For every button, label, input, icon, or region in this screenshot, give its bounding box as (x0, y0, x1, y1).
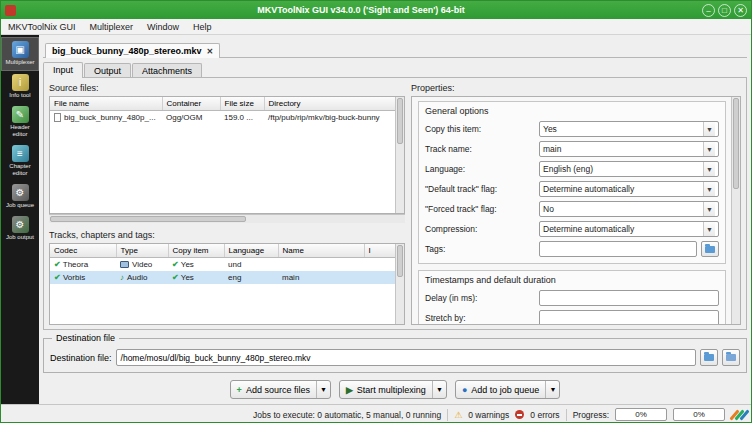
add-source-files-button[interactable]: + Add source files ▼ (230, 380, 331, 399)
action-buttons: + Add source files ▼ ▶ Start multiplexin… (43, 377, 747, 404)
menu-window[interactable]: Window (140, 19, 186, 34)
video-type-icon (120, 261, 129, 268)
folder-open-icon (726, 354, 736, 361)
menu-mkvtoolnix-gui[interactable]: MKVToolNix GUI (1, 19, 83, 34)
col-file-name[interactable]: File name (50, 97, 162, 111)
language-select[interactable]: English (eng) ▼ (539, 161, 719, 177)
maximize-button[interactable]: □ (718, 4, 731, 17)
tool-sidebar: ▣ Multiplexer i Info tool ✎ Header edito… (1, 35, 39, 404)
multiplexer-icon: ▣ (12, 41, 29, 58)
forced-track-flag-select[interactable]: No ▼ (539, 201, 719, 217)
copy-check-icon: ✔ (172, 273, 179, 282)
col-codec[interactable]: Codec (50, 244, 116, 258)
file-tab-close-icon[interactable]: ✕ (207, 47, 214, 56)
open-file-tabs: big_buck_bunny_480p_stereo.mkv ✕ (43, 38, 747, 58)
compression-select[interactable]: Determine automatically ▼ (539, 221, 719, 237)
sidebar-item-chapter-editor[interactable]: ≡ Chapter editor (1, 142, 39, 181)
sidebar-item-header-editor[interactable]: ✎ Header editor (1, 103, 39, 142)
track-check-icon[interactable]: ✔ (54, 273, 61, 282)
destination-open-button[interactable] (722, 349, 740, 366)
folder-icon (704, 354, 714, 361)
col-container[interactable]: Container (162, 97, 220, 111)
section-tabs: Input Output Attachments (43, 60, 747, 77)
source-files-vscrollbar[interactable] (395, 97, 404, 213)
chevron-down-icon[interactable]: ▼ (316, 381, 330, 398)
destination-group: Destination file Destination file: /home… (43, 338, 747, 373)
minimize-button[interactable]: – (702, 4, 715, 17)
track-row-audio[interactable]: ✔ Vorbis ♪Audio ✔ Yes eng main (50, 271, 404, 284)
job-output-gear-icon: ⚙ (12, 216, 29, 233)
multiplexer-main: big_buck_bunny_480p_stereo.mkv ✕ Input O… (39, 35, 751, 404)
timestamps-group: Timestamps and default duration Delay (i… (418, 270, 726, 325)
copy-check-icon: ✔ (172, 260, 179, 269)
menu-help[interactable]: Help (186, 19, 219, 34)
col-language[interactable]: Language (224, 244, 278, 258)
default-track-flag-select[interactable]: Determine automatically ▼ (539, 181, 719, 197)
play-icon: ▶ (340, 385, 353, 395)
source-files-hscrollbar[interactable] (49, 214, 405, 223)
general-options-group: General options Copy this item: Yes ▼ (418, 101, 726, 264)
tab-attachments[interactable]: Attachments (132, 63, 202, 78)
tags-browse-button[interactable] (701, 241, 719, 257)
add-to-job-queue-button[interactable]: ● Add to job queue ▼ (455, 380, 561, 399)
col-type[interactable]: Type (116, 244, 168, 258)
copy-this-item-select[interactable]: Yes ▼ (539, 121, 719, 137)
progress-bar-current: 0% (615, 408, 667, 421)
chevron-down-icon[interactable]: ▼ (432, 381, 446, 398)
start-multiplexing-button[interactable]: ▶ Start multiplexing ▼ (339, 380, 447, 399)
chevron-down-icon: ▼ (703, 142, 715, 156)
input-tab-panel: Source files: File name Container File s… (43, 77, 747, 330)
chapter-editor-icon: ≡ (12, 145, 29, 162)
tab-output[interactable]: Output (84, 63, 131, 78)
source-file-row[interactable]: big_buck_bunny_480p_... Ogg/OGM 159.0 ..… (50, 111, 404, 125)
track-row-video[interactable]: ✔ Theora Video ✔ Yes und (50, 258, 404, 272)
tags-input[interactable] (539, 241, 697, 257)
chevron-down-icon: ▼ (703, 162, 715, 176)
sidebar-item-info-tool[interactable]: i Info tool (1, 71, 39, 103)
file-tab[interactable]: big_buck_bunny_480p_stereo.mkv ✕ (45, 43, 220, 58)
col-copy-item[interactable]: Copy item (168, 244, 224, 258)
sidebar-item-multiplexer[interactable]: ▣ Multiplexer (1, 37, 39, 71)
folder-icon (705, 246, 715, 253)
progress-bar-total: 0% (673, 408, 725, 421)
source-files-table: File name Container File size Directory … (49, 96, 405, 214)
close-button[interactable]: ✕ (734, 4, 747, 17)
sidebar-item-job-queue[interactable]: ⚙ Job queue (1, 181, 39, 213)
properties-vscrollbar[interactable] (731, 97, 740, 324)
header-editor-icon: ✎ (12, 106, 29, 123)
chevron-down-icon[interactable]: ▼ (545, 381, 559, 398)
titlebar: MKVToolNix GUI v34.0.0 ('Sight and Seen'… (1, 1, 751, 19)
menu-multiplexer[interactable]: Multiplexer (83, 19, 141, 34)
window-title: MKVToolNix GUI v34.0.0 ('Sight and Seen'… (20, 5, 702, 15)
tracks-label: Tracks, chapters and tags: (49, 230, 405, 240)
error-icon (515, 410, 524, 419)
source-files-label: Source files: (49, 83, 405, 93)
col-directory[interactable]: Directory (264, 97, 404, 111)
file-icon (54, 113, 61, 122)
track-check-icon[interactable]: ✔ (54, 260, 61, 269)
info-tool-icon: i (12, 74, 29, 91)
destination-group-title: Destination file (52, 333, 119, 343)
job-queue-gear-icon: ⚙ (12, 184, 29, 201)
warning-icon: ⚠ (454, 410, 462, 420)
delay-input[interactable] (539, 290, 719, 306)
menubar: MKVToolNix GUI Multiplexer Window Help (1, 19, 751, 35)
general-options-title: General options (425, 106, 719, 116)
tab-input[interactable]: Input (43, 62, 83, 78)
sidebar-item-job-output[interactable]: ⚙ Job output (1, 213, 39, 245)
track-name-combo[interactable]: main ▼ (539, 141, 719, 157)
destination-file-input[interactable]: /home/mosu/dl/big_buck_bunny_480p_stereo… (116, 349, 696, 366)
tracks-vscrollbar[interactable] (395, 244, 404, 324)
col-file-size[interactable]: File size (220, 97, 264, 111)
timestamps-title: Timestamps and default duration (425, 275, 719, 285)
properties-label: Properties: (411, 83, 741, 93)
audio-type-icon: ♪ (120, 273, 124, 282)
stretch-by-input[interactable] (539, 310, 719, 325)
plus-icon: + (231, 385, 242, 395)
col-name[interactable]: Name (278, 244, 364, 258)
queue-icon: ● (456, 385, 467, 395)
destination-browse-button[interactable] (700, 349, 718, 366)
mkvtoolnix-logo-icon (731, 408, 747, 422)
statusbar: Jobs to execute: 0 automatic, 5 manual, … (1, 404, 751, 423)
chevron-down-icon: ▼ (703, 182, 715, 196)
